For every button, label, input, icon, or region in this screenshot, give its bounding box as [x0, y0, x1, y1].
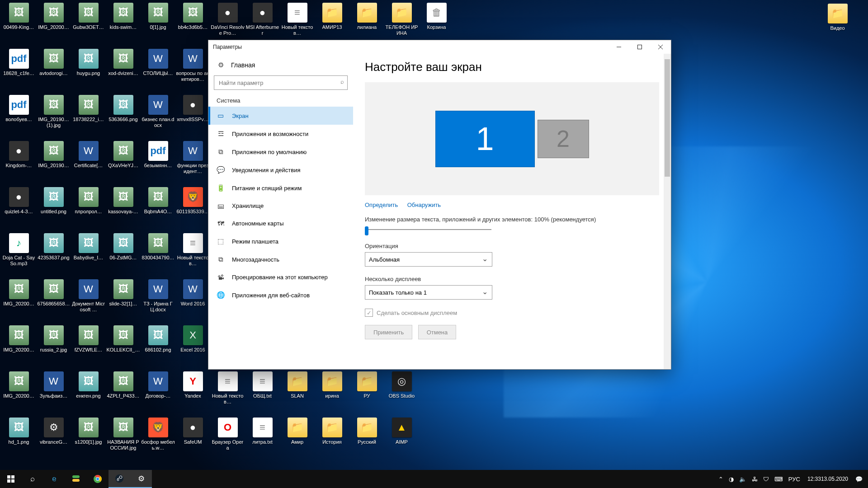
- sidebar-item[interactable]: 🌐Приложения для веб-сайтов: [208, 286, 353, 304]
- tray-volume-icon[interactable]: 🔈: [736, 470, 749, 488]
- taskbar-app-icon[interactable]: [65, 470, 87, 488]
- desktop-icon[interactable]: 📁SLAN: [280, 370, 314, 411]
- desktop-icon[interactable]: ◎OBS Studio: [385, 370, 419, 411]
- desktop-icon[interactable]: 🖼IMG_20190… (1).jpg: [37, 93, 71, 135]
- desktop-icon[interactable]: 🖼4ZPLf_P433…: [106, 370, 140, 411]
- desktop-icon[interactable]: 🖼42353637.png: [37, 231, 71, 273]
- desktop-icon[interactable]: WТЗ - Ирина ГЦ.docx: [141, 277, 175, 319]
- tray-steam-icon[interactable]: ◑: [726, 470, 736, 488]
- desktop-icon[interactable]: XExcel 2016: [176, 324, 210, 365]
- desktop-icon[interactable]: 🖼плролрол…: [71, 185, 105, 227]
- scrollbar[interactable]: [664, 54, 671, 369]
- tray-network-icon[interactable]: 🖧: [749, 470, 760, 488]
- desktop-icon[interactable]: YYandex: [176, 370, 210, 411]
- multiple-displays-select[interactable]: Показать только на 1: [365, 285, 492, 300]
- desktop-icon[interactable]: 🖼686102.png: [141, 324, 175, 365]
- desktop-icon[interactable]: ≡Новый текстов…: [280, 1, 314, 42]
- desktop-icon[interactable]: 📁АМИР13: [315, 1, 349, 42]
- desktop-icon[interactable]: ▲AIMP: [385, 416, 419, 457]
- tray-chevron-icon[interactable]: ⌃: [716, 470, 726, 488]
- desktop-icon[interactable]: 🖼IMG_20200…: [37, 1, 71, 42]
- scale-slider[interactable]: [365, 225, 491, 234]
- desktop-icon[interactable]: ●Kingdom-…: [2, 139, 36, 181]
- desktop-icon[interactable]: 🖼hd_1.png: [2, 416, 36, 457]
- desktop-icon[interactable]: ⚙vibranceG…: [37, 416, 71, 457]
- sidebar-item[interactable]: 💬Уведомления и действия: [208, 161, 353, 179]
- desktop-icon[interactable]: 🖼Gubw3OET…: [71, 1, 105, 42]
- desktop-icon[interactable]: ♪Doja Cat - Say So.mp3: [2, 231, 36, 273]
- sidebar-item[interactable]: ⬚Режим планшета: [208, 232, 353, 250]
- desktop-icon[interactable]: 📁История: [315, 416, 349, 457]
- desktop-icon[interactable]: 🖼IMG_20200…: [2, 324, 36, 365]
- desktop-icon[interactable]: 🖼untitled.png: [37, 185, 71, 227]
- desktop-icon[interactable]: 🖼kassovaya-…: [106, 185, 140, 227]
- tray-security-icon[interactable]: 🛡: [760, 470, 772, 488]
- detect-link[interactable]: Обнаружить: [407, 202, 441, 208]
- taskbar-steam-icon[interactable]: [108, 470, 130, 488]
- desktop-icon[interactable]: ●DaVinci Resolve Pro…: [211, 1, 245, 42]
- desktop-icon[interactable]: WДоговор-…: [141, 370, 175, 411]
- desktop-icon[interactable]: pdf18628_c1fe…: [2, 47, 36, 89]
- desktop-icon[interactable]: 🖼BqbmA4O…: [141, 185, 175, 227]
- desktop-icon[interactable]: 🗑Корзина: [420, 1, 453, 42]
- desktop-icon[interactable]: Wбизнес план.docx: [141, 93, 175, 135]
- desktop-icon[interactable]: 📁ТЕЛЕФОН ИРИНА: [385, 1, 419, 42]
- desktop-icon[interactable]: 🖼s1200[1].jpg: [71, 416, 105, 457]
- taskbar-settings-icon[interactable]: ⚙: [130, 470, 152, 488]
- sidebar-item[interactable]: ⧉Приложения по умолчанию: [208, 143, 353, 161]
- desktop-icon[interactable]: WЗульфаиз…: [37, 370, 71, 411]
- desktop-icon[interactable]: ≡ОБЩ.txt: [245, 370, 279, 411]
- desktop-icon[interactable]: 🖼НАЗВАНИЯ РОССИИ.jpg: [106, 416, 140, 457]
- desktop-icon[interactable]: 🖼russia_2.jpg: [37, 324, 71, 365]
- desktop-icon[interactable]: ≡Новый текстов…: [176, 231, 210, 273]
- desktop-icon[interactable]: 🖼8300434790…: [141, 231, 175, 273]
- desktop-icon-videos[interactable]: 📁 Видео: [821, 2, 854, 43]
- desktop-icon[interactable]: 🖼0[1].jpg: [141, 1, 175, 42]
- minimize-button[interactable]: [609, 40, 629, 54]
- desktop-icon[interactable]: pdfбезымянн…: [141, 139, 175, 181]
- desktop-icon[interactable]: 🖼KOLLEKCII_…: [106, 324, 140, 365]
- start-button[interactable]: [0, 470, 22, 488]
- desktop-icon[interactable]: 🖼IMG_20200…: [2, 370, 36, 411]
- desktop-icon[interactable]: WСТОЛИЦЫ…: [141, 47, 175, 89]
- close-button[interactable]: [650, 40, 671, 54]
- desktop-icon[interactable]: Wвопросы по анкетиров…: [176, 47, 210, 89]
- taskbar-search-icon[interactable]: ⌕: [22, 470, 43, 488]
- monitor-1[interactable]: 1: [435, 111, 535, 167]
- desktop-icon[interactable]: 🖼06-ZstMG…: [106, 231, 140, 273]
- taskbar-chrome-icon[interactable]: [87, 470, 108, 488]
- desktop-icon[interactable]: 📁РУ: [350, 370, 384, 411]
- desktop-icon[interactable]: 🖼bb4c3d6b5…: [176, 1, 210, 42]
- desktop-icon[interactable]: 🖼00499-King…: [2, 1, 36, 42]
- desktop-icon[interactable]: 🖼avtodorogi…: [37, 47, 71, 89]
- desktop-icon[interactable]: WДокумент Microsoft …: [71, 277, 105, 319]
- orientation-select[interactable]: Альбомная: [365, 252, 492, 267]
- desktop-icon[interactable]: 🦁босфор мебель.w…: [141, 416, 175, 457]
- sidebar-item[interactable]: ⧉Многозадачность: [208, 250, 353, 268]
- tray-language[interactable]: РУС: [786, 470, 803, 488]
- desktop-icon[interactable]: 🖼fZVZWfLE…: [71, 324, 105, 365]
- search-input[interactable]: [214, 75, 348, 90]
- tray-keyboard-icon[interactable]: ⌨: [772, 470, 786, 488]
- desktop-icon[interactable]: 🖼Babydive_I…: [71, 231, 105, 273]
- desktop-icon[interactable]: WWord 2016: [176, 277, 210, 319]
- desktop-icon[interactable]: 🦁6011935339…: [176, 185, 210, 227]
- slider-thumb[interactable]: [365, 226, 368, 235]
- desktop-icon[interactable]: pdfволобуев…: [2, 93, 36, 135]
- desktop-icon[interactable]: 📁лилиана: [350, 1, 384, 42]
- desktop-icon[interactable]: 🖼kids-swim…: [106, 1, 140, 42]
- desktop-icon[interactable]: 📁ирина: [315, 370, 349, 411]
- desktop-icon[interactable]: ●quizlet-4-3…: [2, 185, 36, 227]
- taskbar-clock[interactable]: 12:33 13.05.2020: [803, 470, 853, 488]
- desktop-icon[interactable]: WCertificate[…: [71, 139, 105, 181]
- desktop-icon[interactable]: ●xmvx8SSPv…: [176, 93, 210, 135]
- desktop-icon[interactable]: ●MSI Afterburner: [245, 1, 279, 42]
- desktop-icon[interactable]: 🖼енкген.png: [71, 370, 105, 411]
- monitor-2[interactable]: 2: [538, 120, 589, 158]
- desktop-icon[interactable]: 🖼IMG_20190…: [37, 139, 71, 181]
- desktop-icon[interactable]: 🖼18738222_i…: [71, 93, 105, 135]
- maximize-button[interactable]: [629, 40, 650, 54]
- sidebar-item[interactable]: 🔋Питание и спящий режим: [208, 179, 353, 197]
- identify-link[interactable]: Определить: [365, 202, 398, 208]
- desktop-icon[interactable]: 🖼5363666.png: [106, 93, 140, 135]
